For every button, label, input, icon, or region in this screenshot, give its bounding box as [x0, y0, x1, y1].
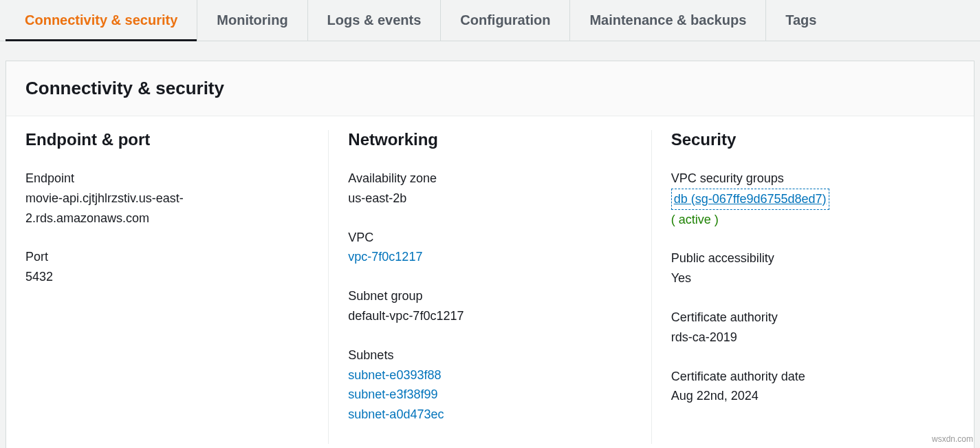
tab-monitoring[interactable]: Monitoring: [197, 0, 307, 41]
security-group-status: ( active ): [671, 210, 955, 230]
vpc-link[interactable]: vpc-7f0c1217: [348, 247, 631, 267]
certificate-authority-value: rds-ca-2019: [671, 328, 891, 348]
availability-zone-label: Availability zone: [348, 169, 631, 189]
panel-title: Connectivity & security: [25, 78, 955, 99]
tabs-bar: Connectivity & security Monitoring Logs …: [0, 0, 980, 41]
subnet-group-field: Subnet group default-vpc-7f0c1217: [348, 286, 631, 326]
certificate-authority-date-value: Aug 22nd, 2024: [671, 386, 891, 406]
subnet-group-value: default-vpc-7f0c1217: [348, 306, 568, 326]
subnet-link-1[interactable]: subnet-e3f38f99: [348, 385, 631, 405]
endpoint-field: Endpoint movie-api.cjtjhlrzstiv.us-east-…: [25, 169, 309, 228]
tab-connectivity-security[interactable]: Connectivity & security: [6, 0, 197, 41]
port-value: 5432: [25, 267, 246, 287]
endpoint-port-column: Endpoint & port Endpoint movie-api.cjtjh…: [6, 130, 328, 444]
subnet-link-2[interactable]: subnet-a0d473ec: [348, 405, 631, 425]
tab-configuration[interactable]: Configuration: [441, 0, 570, 41]
subnet-group-label: Subnet group: [348, 286, 631, 306]
public-accessibility-field: Public accessibility Yes: [671, 248, 955, 288]
connectivity-security-panel: Connectivity & security Endpoint & port …: [6, 61, 974, 448]
subnet-link-0[interactable]: subnet-e0393f88: [348, 365, 631, 385]
vpc-field: VPC vpc-7f0c1217: [348, 228, 631, 268]
networking-column: Networking Availability zone us-east-2b …: [328, 130, 651, 444]
public-accessibility-value: Yes: [671, 268, 891, 288]
watermark: wsxdn.com: [932, 434, 973, 444]
certificate-authority-date-label: Certificate authority date: [671, 367, 955, 387]
tab-maintenance-backups[interactable]: Maintenance & backups: [570, 0, 766, 41]
security-column: Security VPC security groups db (sg-067f…: [651, 130, 974, 444]
networking-title: Networking: [348, 130, 631, 149]
port-field: Port 5432: [25, 247, 309, 287]
public-accessibility-label: Public accessibility: [671, 248, 955, 268]
tab-logs-events[interactable]: Logs & events: [308, 0, 442, 41]
subnets-label: Subnets: [348, 345, 631, 365]
endpoint-port-title: Endpoint & port: [25, 130, 309, 149]
availability-zone-value: us-east-2b: [348, 189, 568, 209]
certificate-authority-date-field: Certificate authority date Aug 22nd, 202…: [671, 367, 955, 407]
panel-header: Connectivity & security: [6, 61, 974, 116]
security-title: Security: [671, 130, 955, 149]
tab-tags[interactable]: Tags: [766, 0, 836, 41]
endpoint-value: movie-api.cjtjhlrzstiv.us-east-2.rds.ama…: [25, 189, 246, 228]
certificate-authority-field: Certificate authority rds-ca-2019: [671, 308, 955, 348]
security-group-link[interactable]: db (sg-067ffe9d6755d8ed7): [671, 189, 829, 210]
vpc-security-groups-label: VPC security groups: [671, 169, 955, 189]
availability-zone-field: Availability zone us-east-2b: [348, 169, 631, 209]
endpoint-label: Endpoint: [25, 169, 309, 189]
port-label: Port: [25, 247, 309, 267]
panel-body: Endpoint & port Endpoint movie-api.cjtjh…: [6, 116, 974, 448]
security-group-link-text: db (sg-067ffe9d6755d8ed7): [674, 192, 827, 206]
vpc-label: VPC: [348, 228, 631, 248]
vpc-security-groups-field: VPC security groups db (sg-067ffe9d6755d…: [671, 169, 955, 229]
subnets-field: Subnets subnet-e0393f88 subnet-e3f38f99 …: [348, 345, 631, 425]
certificate-authority-label: Certificate authority: [671, 308, 955, 328]
